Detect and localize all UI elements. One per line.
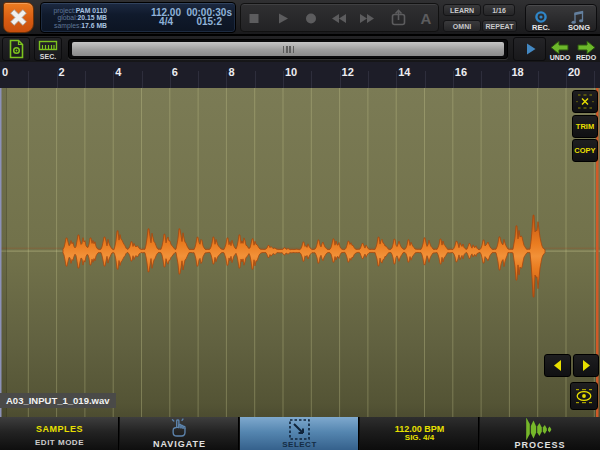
svg-text:SEC.: SEC. bbox=[40, 53, 56, 60]
svg-text:A: A bbox=[421, 10, 432, 27]
svg-text:SONG: SONG bbox=[568, 23, 590, 32]
svg-text:REC.: REC. bbox=[532, 23, 550, 32]
svg-text:PROCESS: PROCESS bbox=[514, 440, 565, 450]
svg-text:UNDO: UNDO bbox=[550, 54, 571, 61]
svg-text:REDO: REDO bbox=[576, 54, 597, 61]
svg-text:NAVIGATE: NAVIGATE bbox=[153, 439, 206, 449]
svg-text:SELECT: SELECT bbox=[282, 440, 317, 449]
